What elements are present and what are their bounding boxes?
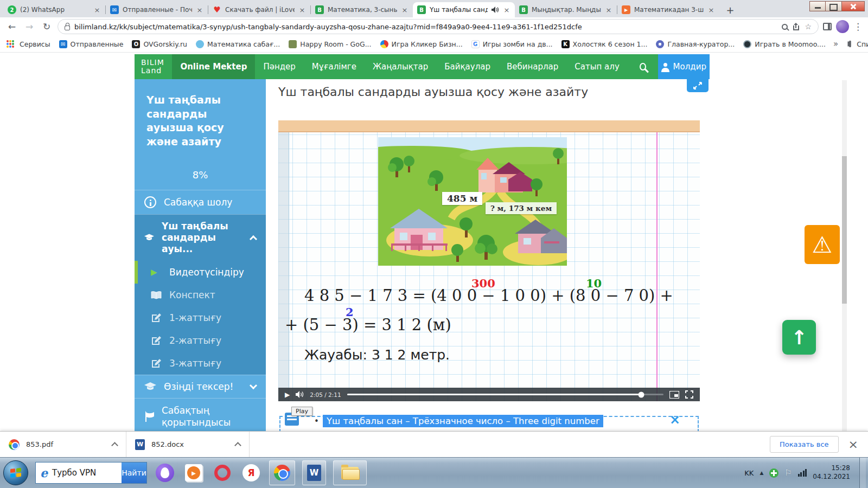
nav-zhanalyqtar[interactable]: Жаңалықтар bbox=[365, 54, 436, 79]
window-minimize-button[interactable] bbox=[809, 1, 826, 11]
subtitle-text-selected[interactable]: Үш таңбалы сан – Трёхзначное число – Thr… bbox=[323, 415, 603, 427]
bookmark-happyroom[interactable]: Happy Room - GoG... bbox=[285, 38, 374, 50]
tab-whatsapp[interactable]: 2 (2) WhatsApp × bbox=[3, 2, 105, 17]
back-button[interactable]: ← bbox=[5, 20, 18, 33]
url-text[interactable]: bilimland.kz/kk/subject/matematika/3-syn… bbox=[74, 23, 777, 31]
action-center-flag-icon[interactable]: ⚐ bbox=[784, 468, 792, 478]
tab-ilovepdf[interactable]: ♥ Скачать файл | iLovePDF × bbox=[208, 2, 310, 17]
nav-mugalimge[interactable]: Мұғалімге bbox=[304, 54, 365, 79]
download-item-pdf[interactable]: 853.pdf bbox=[0, 432, 126, 457]
language-indicator[interactable]: KK bbox=[744, 469, 754, 477]
antivirus-tray-icon[interactable] bbox=[769, 468, 778, 478]
tab-close-icon[interactable]: × bbox=[196, 6, 203, 14]
start-button[interactable] bbox=[3, 460, 28, 485]
taskbar-app-explorer-active[interactable] bbox=[333, 460, 367, 485]
site-search-icon[interactable] bbox=[640, 63, 646, 70]
tab-close-icon[interactable]: × bbox=[503, 6, 510, 14]
tab-audio-icon[interactable] bbox=[492, 7, 499, 13]
bookmark-kholostyak[interactable]: KХолостяк 6 сезон 1... bbox=[558, 38, 651, 50]
tray-chevron-icon[interactable]: ▲ bbox=[760, 470, 763, 476]
new-tab-button[interactable]: + bbox=[723, 2, 738, 17]
picture-in-picture-icon[interactable] bbox=[669, 391, 679, 399]
tab-close-icon[interactable]: × bbox=[707, 6, 715, 14]
bookmark-moomoo[interactable]: Играть в Moomoo.... bbox=[740, 38, 829, 50]
address-bar[interactable]: bilimland.kz/kk/subject/matematika/3-syn… bbox=[58, 19, 819, 34]
nav-online-mektep[interactable]: Online Mektep bbox=[172, 54, 255, 79]
tab-close-icon[interactable]: × bbox=[401, 6, 409, 14]
scrollbar-thumb[interactable] bbox=[842, 156, 847, 304]
bookmark-kurator[interactable]: Главная-куратор... bbox=[653, 38, 738, 50]
download-menu-chevron[interactable] bbox=[111, 442, 118, 449]
video-seek-knob[interactable] bbox=[639, 391, 644, 397]
video-player[interactable]: 485 м ? м, 173 м кем 300 10 2 4 8 5 − 1 … bbox=[278, 120, 700, 401]
sidebar-item-summary[interactable]: Сабақтың қорытындысы bbox=[135, 398, 266, 434]
nav-pander[interactable]: Пәндер bbox=[255, 54, 303, 79]
sidebar-item-konspekt[interactable]: Конспект bbox=[135, 284, 266, 306]
bookmark-star-icon[interactable]: ☆ bbox=[805, 22, 812, 31]
side-panel-icon[interactable] bbox=[823, 23, 832, 30]
downloads-bar-close-icon[interactable]: × bbox=[848, 439, 858, 451]
reading-list-button[interactable]: Список для чтения bbox=[853, 38, 868, 50]
reload-button[interactable]: ↻ bbox=[40, 20, 53, 33]
window-close-button[interactable] bbox=[842, 1, 865, 11]
tab-matematikadan[interactable]: ▶ Математикадан 3-ші сы × bbox=[617, 2, 719, 17]
sidebar-section-check[interactable]: Өзіңді тексер! bbox=[135, 375, 266, 398]
taskbar-app-media[interactable]: ▶ bbox=[183, 461, 205, 485]
bookmarks-overflow-chevron[interactable]: » bbox=[833, 39, 838, 49]
tab-matematika[interactable]: B Математика, 3-сынып – с × bbox=[311, 2, 413, 17]
menu-kebab-icon[interactable]: ⋮ bbox=[853, 21, 863, 32]
taskbar-app-yandex-alice[interactable] bbox=[154, 461, 176, 485]
volume-icon[interactable] bbox=[296, 391, 304, 398]
tab-active-lesson[interactable]: B Үш таңбалы сандард × bbox=[413, 2, 515, 17]
tab-myndyqtar[interactable]: B Мыңдықтар. Мыңдықтар × bbox=[515, 2, 617, 17]
share-icon[interactable] bbox=[792, 23, 800, 31]
sidebar-item-exercise1[interactable]: 1-жаттығу bbox=[135, 306, 266, 329]
profile-avatar[interactable] bbox=[836, 20, 849, 33]
network-icon[interactable] bbox=[798, 469, 807, 477]
sidebar-item-exercise2[interactable]: 2-жаттығу bbox=[135, 329, 266, 352]
find-button[interactable]: Найти bbox=[122, 463, 146, 483]
user-account-button[interactable]: Молдир bbox=[658, 54, 710, 79]
nav-baiqaular[interactable]: Байқаулар bbox=[436, 54, 499, 79]
sidebar-section-current[interactable]: Үш таңбалы сандарды ауы... bbox=[135, 214, 266, 261]
show-all-downloads-button[interactable]: Показать все bbox=[770, 436, 839, 453]
apps-grid-icon[interactable] bbox=[7, 40, 14, 48]
sidebar-item-overview[interactable]: Сабаққа шолу bbox=[135, 190, 266, 214]
taskbar-clock[interactable]: 15:28 04.12.2021 bbox=[813, 464, 853, 481]
nav-vebinarlar[interactable]: Вебинарлар bbox=[499, 54, 566, 79]
bookmark-otpravlennye[interactable]: ✉Отправленные bbox=[56, 38, 127, 50]
window-restore-button[interactable] bbox=[826, 1, 842, 11]
tab-close-icon[interactable]: × bbox=[605, 6, 612, 14]
scroll-to-top-button[interactable]: ↑ bbox=[782, 320, 816, 355]
tab-mail[interactable]: ✉ Отправленные - Почта M × bbox=[106, 2, 208, 17]
sidebar-item-exercise3[interactable]: 3-жаттығу bbox=[135, 352, 266, 375]
forward-button[interactable]: → bbox=[23, 20, 36, 33]
bookmark-matematika[interactable]: Математика сабағ... bbox=[193, 38, 283, 50]
tab-close-icon[interactable]: × bbox=[298, 6, 306, 14]
bookmark-kliker[interactable]: Игра Кликер Бизн... bbox=[377, 38, 466, 50]
taskbar-search-box[interactable]: e Турбо VPN Найти bbox=[35, 462, 147, 484]
bookmark-servisy[interactable]: Сервисы bbox=[16, 38, 54, 50]
subtitle-close-icon[interactable]: × bbox=[669, 413, 680, 426]
tab-close-icon[interactable]: × bbox=[93, 6, 101, 14]
video-play-button[interactable]: ▶ bbox=[285, 391, 290, 399]
show-desktop-button[interactable] bbox=[859, 458, 866, 488]
sidebar-item-video[interactable]: ▶ Видеотүсіндіру bbox=[135, 261, 266, 284]
download-item-docx[interactable]: W 852.docx bbox=[126, 432, 250, 457]
page-scrollbar[interactable] bbox=[842, 80, 847, 431]
taskbar-app-opera[interactable] bbox=[212, 461, 233, 485]
taskbar-app-yandex-browser[interactable]: Я bbox=[240, 461, 262, 485]
download-menu-chevron[interactable] bbox=[234, 442, 241, 449]
fullscreen-icon[interactable] bbox=[685, 390, 693, 399]
lesson-fullscreen-button[interactable] bbox=[687, 79, 709, 92]
bookmark-zombi[interactable]: GИгры зомби на дв... bbox=[468, 38, 556, 50]
report-warning-button[interactable]: ⚠ bbox=[805, 225, 840, 264]
bookmark-ovgorskiy[interactable]: OOVGorskiy.ru bbox=[129, 38, 190, 50]
nav-satyp-alu[interactable]: Сатып алу bbox=[566, 54, 627, 79]
bilimland-logo[interactable]: BILIM Land bbox=[135, 54, 172, 79]
flag-icon bbox=[144, 411, 154, 422]
video-seek-bar[interactable] bbox=[347, 394, 663, 395]
zoom-icon[interactable] bbox=[782, 24, 788, 30]
taskbar-app-chrome-active[interactable] bbox=[269, 460, 295, 485]
taskbar-app-word-active[interactable]: W bbox=[302, 460, 326, 485]
